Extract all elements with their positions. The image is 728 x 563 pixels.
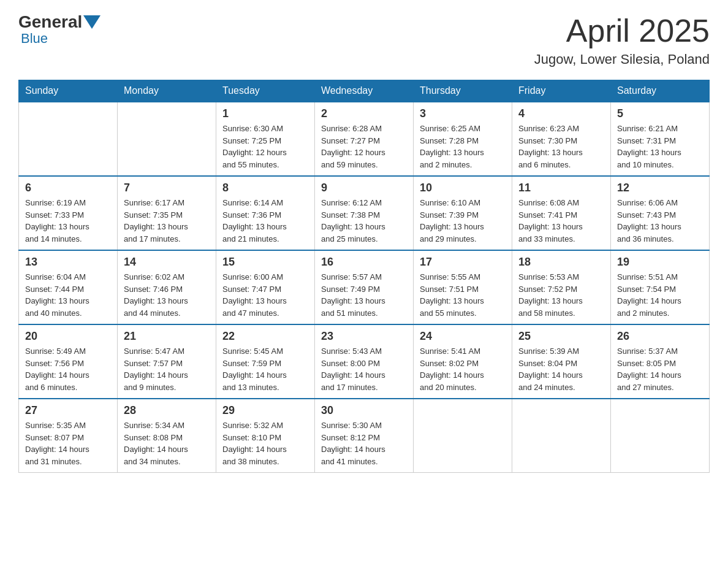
- day-info: Sunrise: 6:04 AM Sunset: 7:44 PM Dayligh…: [25, 271, 111, 319]
- day-number: 7: [124, 182, 210, 194]
- day-info: Sunrise: 6:12 AM Sunset: 7:38 PM Dayligh…: [321, 197, 407, 245]
- logo: General Blue: [18, 12, 102, 47]
- calendar-cell: 15Sunrise: 6:00 AM Sunset: 7:47 PM Dayli…: [216, 250, 315, 324]
- calendar-cell: 26Sunrise: 5:37 AM Sunset: 8:05 PM Dayli…: [611, 324, 710, 399]
- calendar-cell: [611, 399, 710, 473]
- day-number: 21: [124, 330, 210, 343]
- day-info: Sunrise: 6:10 AM Sunset: 7:39 PM Dayligh…: [420, 197, 506, 245]
- calendar-cell: 14Sunrise: 6:02 AM Sunset: 7:46 PM Dayli…: [118, 250, 216, 324]
- day-info: Sunrise: 5:32 AM Sunset: 8:10 PM Dayligh…: [222, 419, 308, 467]
- day-number: 16: [321, 256, 407, 269]
- day-number: 30: [321, 404, 407, 417]
- calendar-cell: 29Sunrise: 5:32 AM Sunset: 8:10 PM Dayli…: [216, 399, 315, 473]
- calendar-cell: 13Sunrise: 6:04 AM Sunset: 7:44 PM Dayli…: [19, 250, 118, 324]
- day-number: 6: [25, 182, 111, 194]
- calendar-cell: 2Sunrise: 6:28 AM Sunset: 7:27 PM Daylig…: [315, 102, 414, 176]
- day-number: 1: [222, 107, 308, 120]
- day-info: Sunrise: 6:19 AM Sunset: 7:33 PM Dayligh…: [25, 197, 111, 245]
- week-row-3: 13Sunrise: 6:04 AM Sunset: 7:44 PM Dayli…: [19, 250, 710, 324]
- day-info: Sunrise: 6:21 AM Sunset: 7:31 PM Dayligh…: [617, 123, 703, 170]
- day-number: 5: [617, 107, 703, 120]
- day-info: Sunrise: 6:17 AM Sunset: 7:35 PM Dayligh…: [124, 197, 210, 245]
- calendar-cell: 20Sunrise: 5:49 AM Sunset: 7:56 PM Dayli…: [19, 324, 118, 399]
- calendar-cell: 5Sunrise: 6:21 AM Sunset: 7:31 PM Daylig…: [611, 102, 710, 176]
- calendar-cell: 18Sunrise: 5:53 AM Sunset: 7:52 PM Dayli…: [512, 250, 611, 324]
- day-info: Sunrise: 5:55 AM Sunset: 7:51 PM Dayligh…: [420, 271, 506, 319]
- week-row-4: 20Sunrise: 5:49 AM Sunset: 7:56 PM Dayli…: [19, 324, 710, 399]
- calendar-cell: 9Sunrise: 6:12 AM Sunset: 7:38 PM Daylig…: [315, 176, 414, 250]
- day-number: 27: [25, 404, 111, 417]
- day-number: 24: [420, 330, 506, 343]
- calendar-cell: 1Sunrise: 6:30 AM Sunset: 7:25 PM Daylig…: [216, 102, 315, 176]
- calendar-cell: 6Sunrise: 6:19 AM Sunset: 7:33 PM Daylig…: [19, 176, 118, 250]
- logo-blue-text: Blue: [21, 31, 48, 47]
- calendar-cell: [414, 399, 512, 473]
- calendar-cell: 16Sunrise: 5:57 AM Sunset: 7:49 PM Dayli…: [315, 250, 414, 324]
- title-block: April 2025 Jugow, Lower Silesia, Poland: [534, 12, 710, 67]
- calendar-cell: 22Sunrise: 5:45 AM Sunset: 7:59 PM Dayli…: [216, 324, 315, 399]
- day-number: 28: [124, 404, 210, 417]
- day-info: Sunrise: 6:14 AM Sunset: 7:36 PM Dayligh…: [222, 197, 308, 245]
- day-number: 2: [321, 107, 407, 120]
- page-header: General Blue April 2025 Jugow, Lower Sil…: [18, 12, 710, 67]
- calendar-cell: 10Sunrise: 6:10 AM Sunset: 7:39 PM Dayli…: [414, 176, 512, 250]
- day-number: 14: [124, 256, 210, 269]
- weekday-header-friday: Friday: [512, 80, 611, 102]
- day-info: Sunrise: 6:30 AM Sunset: 7:25 PM Dayligh…: [222, 123, 308, 170]
- calendar-cell: 4Sunrise: 6:23 AM Sunset: 7:30 PM Daylig…: [512, 102, 611, 176]
- day-number: 22: [222, 330, 308, 343]
- calendar-cell: 23Sunrise: 5:43 AM Sunset: 8:00 PM Dayli…: [315, 324, 414, 399]
- day-info: Sunrise: 5:53 AM Sunset: 7:52 PM Dayligh…: [518, 271, 604, 319]
- day-number: 23: [321, 330, 407, 343]
- day-number: 12: [617, 182, 703, 194]
- calendar-cell: [512, 399, 611, 473]
- day-number: 9: [321, 182, 407, 194]
- calendar-cell: [118, 102, 216, 176]
- location-subtitle: Jugow, Lower Silesia, Poland: [534, 52, 710, 67]
- calendar-cell: 21Sunrise: 5:47 AM Sunset: 7:57 PM Dayli…: [118, 324, 216, 399]
- day-info: Sunrise: 5:45 AM Sunset: 7:59 PM Dayligh…: [222, 345, 308, 393]
- weekday-header-wednesday: Wednesday: [315, 80, 414, 102]
- day-info: Sunrise: 6:08 AM Sunset: 7:41 PM Dayligh…: [518, 197, 604, 245]
- calendar-cell: 28Sunrise: 5:34 AM Sunset: 8:08 PM Dayli…: [118, 399, 216, 473]
- day-number: 19: [617, 256, 703, 269]
- day-number: 11: [518, 182, 604, 194]
- day-number: 8: [222, 182, 308, 194]
- day-info: Sunrise: 6:02 AM Sunset: 7:46 PM Dayligh…: [124, 271, 210, 319]
- logo-general-text: General: [18, 12, 82, 32]
- weekday-header-monday: Monday: [118, 80, 216, 102]
- day-info: Sunrise: 6:06 AM Sunset: 7:43 PM Dayligh…: [617, 197, 703, 245]
- calendar-cell: 7Sunrise: 6:17 AM Sunset: 7:35 PM Daylig…: [118, 176, 216, 250]
- day-info: Sunrise: 6:23 AM Sunset: 7:30 PM Dayligh…: [518, 123, 604, 170]
- day-number: 18: [518, 256, 604, 269]
- day-number: 4: [518, 107, 604, 120]
- day-number: 25: [518, 330, 604, 343]
- day-info: Sunrise: 6:28 AM Sunset: 7:27 PM Dayligh…: [321, 123, 407, 170]
- weekday-header-saturday: Saturday: [611, 80, 710, 102]
- day-number: 3: [420, 107, 506, 120]
- day-number: 13: [25, 256, 111, 269]
- month-year-title: April 2025: [534, 12, 710, 49]
- day-number: 15: [222, 256, 308, 269]
- weekday-header-tuesday: Tuesday: [216, 80, 315, 102]
- day-info: Sunrise: 5:41 AM Sunset: 8:02 PM Dayligh…: [420, 345, 506, 393]
- day-info: Sunrise: 5:30 AM Sunset: 8:12 PM Dayligh…: [321, 419, 407, 467]
- calendar-cell: 24Sunrise: 5:41 AM Sunset: 8:02 PM Dayli…: [414, 324, 512, 399]
- week-row-5: 27Sunrise: 5:35 AM Sunset: 8:07 PM Dayli…: [19, 399, 710, 473]
- calendar-cell: 3Sunrise: 6:25 AM Sunset: 7:28 PM Daylig…: [414, 102, 512, 176]
- calendar-cell: 11Sunrise: 6:08 AM Sunset: 7:41 PM Dayli…: [512, 176, 611, 250]
- calendar-cell: 8Sunrise: 6:14 AM Sunset: 7:36 PM Daylig…: [216, 176, 315, 250]
- day-info: Sunrise: 5:43 AM Sunset: 8:00 PM Dayligh…: [321, 345, 407, 393]
- day-number: 17: [420, 256, 506, 269]
- day-info: Sunrise: 6:25 AM Sunset: 7:28 PM Dayligh…: [420, 123, 506, 170]
- calendar-cell: 27Sunrise: 5:35 AM Sunset: 8:07 PM Dayli…: [19, 399, 118, 473]
- calendar-cell: 17Sunrise: 5:55 AM Sunset: 7:51 PM Dayli…: [414, 250, 512, 324]
- calendar-cell: 19Sunrise: 5:51 AM Sunset: 7:54 PM Dayli…: [611, 250, 710, 324]
- calendar-cell: [19, 102, 118, 176]
- weekday-header-row: SundayMondayTuesdayWednesdayThursdayFrid…: [19, 80, 710, 102]
- logo-triangle-icon: [83, 15, 100, 29]
- day-info: Sunrise: 6:00 AM Sunset: 7:47 PM Dayligh…: [222, 271, 308, 319]
- day-info: Sunrise: 5:34 AM Sunset: 8:08 PM Dayligh…: [124, 419, 210, 467]
- day-info: Sunrise: 5:39 AM Sunset: 8:04 PM Dayligh…: [518, 345, 604, 393]
- week-row-2: 6Sunrise: 6:19 AM Sunset: 7:33 PM Daylig…: [19, 176, 710, 250]
